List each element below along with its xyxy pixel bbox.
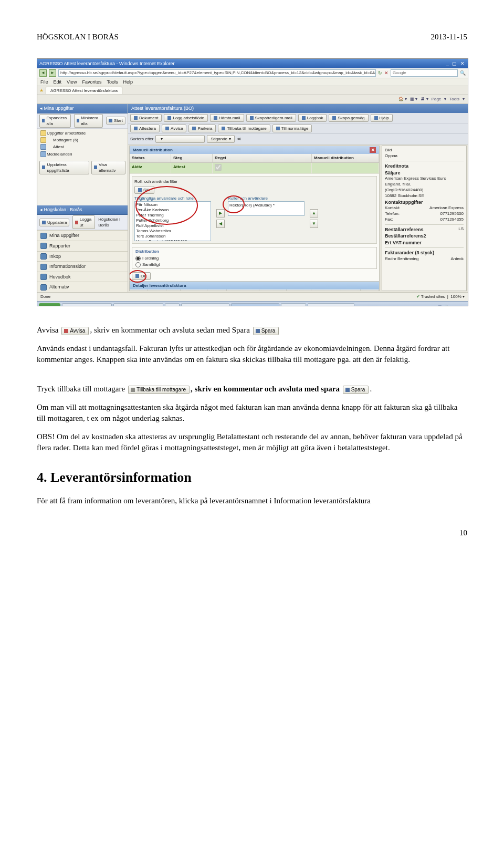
- sort-field-select[interactable]: ▾: [155, 135, 205, 143]
- move-right-icon[interactable]: ▶: [216, 209, 225, 218]
- filter-search-button[interactable]: Sök: [134, 186, 154, 194]
- menu-help[interactable]: Help: [123, 79, 133, 86]
- tb-tillbaka[interactable]: Tillbaka till mottagare: [218, 125, 270, 132]
- center-grid-area: Manuell distribution ✕ Status Steg Regel…: [129, 146, 380, 291]
- ie-statusbar: Done ✔ Trusted sites | 100% ▾: [37, 292, 468, 301]
- tb-hjalp[interactable]: Hjälp: [371, 114, 393, 122]
- role-user-filter: Roll- och användarfilter Sök Tillgänglig…: [132, 176, 377, 244]
- kontakt-header: Kontaktuppgifter: [385, 200, 423, 205]
- menu-tools[interactable]: Tools: [107, 79, 118, 86]
- tree-item[interactable]: Meddelanden: [39, 151, 125, 158]
- tray-n-icon[interactable]: N: [449, 305, 453, 306]
- tb-attestera[interactable]: Attestera: [130, 125, 160, 132]
- nav-inkop[interactable]: Inköp: [37, 251, 128, 262]
- available-users-list[interactable]: Pär Nilsson Per-Åke Karlsson Peter Thern…: [134, 201, 211, 241]
- sidebar-toolbar-tasks: Expandera alla Minimera alla Start: [37, 113, 128, 129]
- kreditnota-label: Kreditnota: [385, 163, 408, 169]
- menu-view[interactable]: View: [67, 79, 77, 86]
- taskbar-item[interactable]: Manual för elektroni...: [308, 303, 354, 306]
- taskbar-item[interactable]: EFH: [165, 303, 180, 306]
- move-up-icon[interactable]: ▲: [310, 209, 318, 218]
- nav-mina-uppgifter[interactable]: Mina uppgifter: [37, 230, 128, 241]
- nav-rapporter[interactable]: Rapporter: [37, 241, 128, 251]
- nav-huvudbok[interactable]: Huvudbok: [37, 272, 128, 282]
- inline-avvisa-button: Avvisa: [61, 327, 89, 335]
- tab-bar: ★ AGRESSO Attest leverantörsfaktura: [37, 86, 468, 95]
- transfer-arrows: ▶ ◀: [216, 195, 225, 241]
- left-sidebar: ◂ Mina uppgifter Expandera alla Minimera…: [37, 104, 128, 292]
- tb-normallage[interactable]: Till normalläge: [272, 125, 312, 132]
- embedded-screenshot: AGRESSO Attest leverantörsfaktura - Wind…: [37, 58, 468, 306]
- tb-genvag[interactable]: Skapa genväg: [329, 114, 368, 122]
- body-paragraph: Om man vill att mottagningsattestanten s…: [37, 402, 467, 424]
- expand-all-button[interactable]: Expandera alla: [39, 114, 71, 128]
- main-header: Attest leverantörsfaktura (BO): [128, 104, 468, 113]
- close-icon[interactable]: ✕: [370, 147, 376, 153]
- tray-icons[interactable]: ◧ 🔊: [438, 305, 449, 306]
- minimize-all-button[interactable]: Minimera alla: [74, 114, 103, 128]
- taskbar-item[interactable]: AGRESSO Business ...: [113, 303, 163, 306]
- nav-back-icon[interactable]: ◄: [39, 69, 47, 77]
- tb-avvisa[interactable]: Avvisa: [162, 125, 186, 132]
- menu-bar: File Edit View Favorites Tools Help: [37, 78, 468, 86]
- browser-tab[interactable]: AGRESSO Attest leverantörsfaktura: [46, 87, 122, 94]
- url-input[interactable]: http://agresso.hb.se/agrprod/default.asp…: [58, 69, 376, 77]
- taskbar-item[interactable]: Novell GroupWise - B...: [62, 303, 112, 306]
- body-paragraph: OBS! Om del av kostnaden ska attesteras …: [37, 431, 467, 453]
- tree-item[interactable]: Uppgifter arbetsflöde: [39, 130, 125, 137]
- nav-fwd-icon[interactable]: ►: [49, 69, 56, 77]
- print-icon[interactable]: 🖶 ▾: [421, 96, 428, 102]
- sort-dir-select[interactable]: Stigande ▾: [207, 135, 235, 143]
- menu-file[interactable]: File: [40, 79, 48, 86]
- tb-parkera[interactable]: Parkera: [188, 125, 216, 132]
- grid-row-active[interactable]: Aktiv Attest: [130, 163, 379, 174]
- tools-menu[interactable]: Tools: [449, 96, 459, 102]
- tree-item[interactable]: Attest: [39, 143, 125, 150]
- tree-item[interactable]: Mottagare (6): [39, 137, 125, 143]
- page-menu[interactable]: Page: [432, 96, 442, 102]
- nav-infosidor[interactable]: Informationssidor: [37, 261, 128, 272]
- update-button[interactable]: Uppdatera: [39, 219, 69, 226]
- open-image-link[interactable]: Öppna: [385, 153, 464, 159]
- start-button[interactable]: Start: [106, 117, 125, 125]
- tb-hamta-mall[interactable]: Hämta mall: [210, 114, 244, 122]
- saljare-label: Säljare: [385, 170, 401, 175]
- favorites-star-icon[interactable]: ★: [39, 87, 44, 94]
- radio-samtidigt[interactable]: [135, 262, 141, 267]
- windows-taskbar: Start Novell GroupWise - B... AGRESSO Bu…: [37, 301, 468, 306]
- window-title: AGRESSO Attest leverantörsfaktura - Wind…: [39, 60, 175, 67]
- tb-dokument[interactable]: Dokument: [130, 114, 162, 122]
- tb-skapa-mall[interactable]: Skapa/redigera mall: [246, 114, 296, 122]
- stop-icon[interactable]: ✕: [384, 70, 388, 77]
- trusted-icon: ✔: [416, 294, 420, 299]
- tb-logg[interactable]: Logg arbetsflöde: [164, 114, 208, 122]
- taskbar-item-active[interactable]: AGRESSO Attest le...: [231, 303, 279, 306]
- status-zoom[interactable]: 100%: [450, 294, 461, 299]
- tb-loggbok[interactable]: Loggbok: [298, 114, 327, 122]
- window-controls[interactable]: _ ▢ ✕: [446, 60, 466, 67]
- menu-favorites[interactable]: Favorites: [82, 79, 101, 86]
- move-left-icon[interactable]: ◀: [216, 220, 225, 228]
- show-options-button[interactable]: Visa alternativ: [91, 161, 125, 174]
- taskbar-item[interactable]: Calculator: [281, 303, 306, 306]
- move-down-icon[interactable]: ▼: [310, 220, 318, 228]
- start-button-win[interactable]: Start: [39, 303, 60, 306]
- search-input[interactable]: Google: [391, 69, 458, 77]
- search-go-icon[interactable]: 🔍: [460, 70, 466, 77]
- refresh-icon[interactable]: ↻: [378, 70, 382, 77]
- menu-edit[interactable]: Edit: [54, 79, 62, 86]
- taskbar-item[interactable]: Start - Högskolan i B...: [181, 303, 229, 306]
- city-value: 10882 Stockholm SE: [385, 193, 464, 199]
- ok-button[interactable]: OK: [132, 272, 151, 280]
- orgid-value: (OrgID:5164024480): [385, 188, 464, 193]
- logout-button[interactable]: Logga ut: [72, 215, 95, 229]
- update-tasklist-button[interactable]: Uppdatera uppgiftslista: [39, 161, 89, 174]
- command-bar: 🏠 ▾ ▦ ▾ 🖶 ▾ Page▾ Tools▾: [37, 95, 468, 104]
- home-icon[interactable]: 🏠 ▾: [398, 96, 407, 102]
- sort-prevnext[interactable]: ≪: [237, 136, 241, 142]
- right-info-panel: Bild Öppna Kreditnota Säljare American E…: [382, 146, 467, 291]
- feed-icon[interactable]: ▦ ▾: [410, 96, 417, 102]
- radio-ordning[interactable]: [135, 256, 141, 261]
- selected-users-list[interactable]: Rektor(Roll) (Avslutad) *: [228, 201, 304, 216]
- nav-alternativ[interactable]: Alternativ: [37, 282, 128, 292]
